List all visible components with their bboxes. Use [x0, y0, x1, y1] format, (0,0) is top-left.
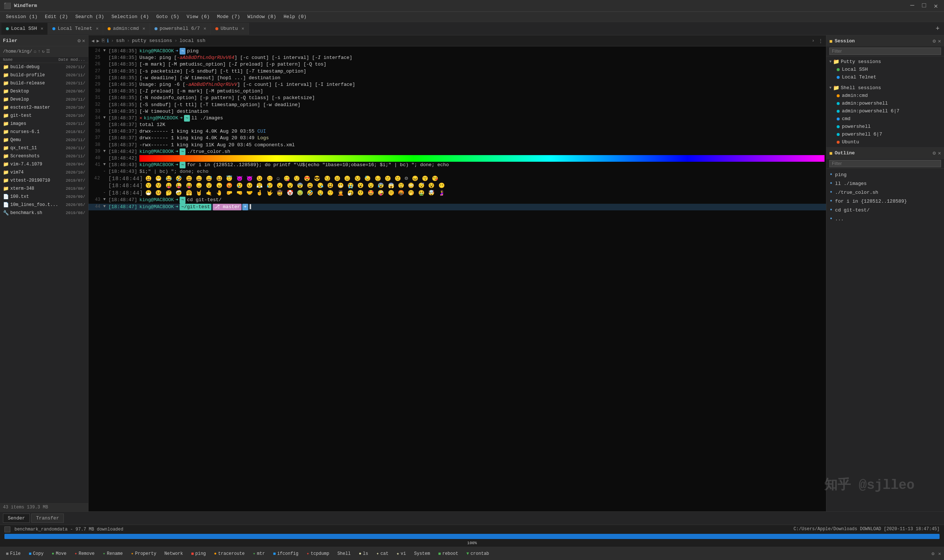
addr-nav-back[interactable]: ◀ [91, 38, 94, 44]
sender-tab[interactable]: Sender [3, 514, 30, 523]
menu-view[interactable]: View (6) [184, 13, 212, 20]
session-filter-input[interactable] [829, 48, 941, 55]
file-row[interactable]: 📁Desktop2020/06/ [0, 87, 88, 95]
toolbar-shell-btn[interactable]: Shell [335, 551, 354, 557]
path-menu-icon[interactable]: ☰ [46, 49, 50, 54]
outline-item-ping[interactable]: • ping [826, 170, 944, 179]
terminal-content[interactable]: 24 ▼ [18:48:35] king@MACBOOK ➜ ~ ping 25… [88, 46, 826, 511]
toolbar-mtr-btn[interactable]: ✦ mtr [250, 550, 268, 557]
shell-sessions-header[interactable]: ▼ 📁 Shell sessions [826, 84, 944, 92]
tab-add-button[interactable]: + [933, 25, 942, 32]
outline-item-truecolor[interactable]: • ./true_color.sh [826, 188, 944, 197]
toolbar-system-btn[interactable]: System [411, 551, 433, 557]
toolbar-ping-btn[interactable]: ◼ ping [188, 550, 209, 557]
outline-item-for[interactable]: • for i in {128512..128589} [826, 197, 944, 206]
session-item-powershell-67[interactable]: powershell 6|7 [826, 131, 944, 138]
session-item-cmd[interactable]: cmd [826, 115, 944, 123]
toolbar-ls-btn[interactable]: ● ls [356, 551, 371, 557]
addr-expand-icon[interactable]: › [811, 38, 814, 43]
toolbar-vi-btn[interactable]: ★ vi [393, 550, 409, 557]
file-row[interactable]: 📁qx_test_112020/11/ [0, 144, 88, 152]
session-close-icon[interactable]: ✕ [938, 38, 941, 44]
toolbar-ifconfig-btn[interactable]: ◼ ifconfig [270, 550, 301, 557]
toolbar-move-btn[interactable]: ● Move [49, 551, 69, 557]
file-panel-settings-icon[interactable]: ⚙ [77, 38, 80, 44]
toolbar-copy-btn[interactable]: ◼ Copy [26, 550, 46, 557]
toolbar-tcpdump-btn[interactable]: ✦ tcpdump [304, 550, 332, 557]
tab-admin-cmd[interactable]: admin:cmd ✕ [103, 23, 150, 35]
tab-close-icon[interactable]: ✕ [96, 26, 99, 31]
menu-help[interactable]: Help (0) [281, 13, 309, 20]
file-row[interactable]: 📁ncurses-6.12018/01/ [0, 128, 88, 136]
session-settings-icon[interactable]: ⚙ [933, 38, 936, 44]
file-row[interactable]: 📁vim-7.4.10792020/04/ [0, 160, 88, 168]
outline-item-ll[interactable]: • ll ./images [826, 179, 944, 188]
toolbar-rename-btn[interactable]: ✦ Rename [100, 550, 126, 557]
menu-search[interactable]: Search (3) [72, 13, 107, 20]
menu-window[interactable]: Window (8) [244, 13, 279, 20]
file-row[interactable]: 📁vim742020/10/ [0, 168, 88, 177]
outline-filter-input[interactable] [829, 160, 941, 167]
menu-session[interactable]: Session (1) [3, 13, 40, 20]
file-row[interactable]: 📁build-debug2020/11/ [0, 63, 88, 71]
session-item-admin-powershell-67[interactable]: admin:powershell 6|7 [826, 107, 944, 115]
toolbar-remove-btn[interactable]: ✦ Remove [71, 550, 97, 557]
maximize-button[interactable]: □ [920, 2, 929, 10]
outline-settings-icon[interactable]: ⚙ [933, 150, 936, 156]
file-row[interactable]: 📄100.txt2020/09/ [0, 193, 88, 201]
toolbar-reboot-btn[interactable]: ◼ reboot [435, 550, 461, 557]
menu-goto[interactable]: Goto (5) [153, 13, 182, 20]
toolbar-close-icon[interactable]: ✕ [938, 551, 941, 557]
menu-selection[interactable]: Selection (4) [108, 13, 151, 20]
toolbar-crontab-btn[interactable]: ▼ crontab [464, 551, 492, 557]
file-row[interactable]: 📁images2020/11/ [0, 120, 88, 128]
path-up-icon[interactable]: ↑ [38, 49, 40, 54]
session-item-admin-powershell[interactable]: admin:powershell [826, 100, 944, 107]
toolbar-file-btn[interactable]: ◼ File [3, 550, 23, 557]
path-home-icon[interactable]: ⌂ [34, 49, 36, 54]
file-row[interactable]: 📁xterm-3482019/08/ [0, 185, 88, 193]
toolbar-settings-icon[interactable]: ⚙ [932, 551, 935, 557]
file-row[interactable]: 📁build-release2020/11/ [0, 79, 88, 87]
addr-more-icon[interactable]: ⋮ [818, 38, 823, 44]
session-item-local-telnet[interactable]: Local Telnet [826, 73, 944, 81]
path-refresh-icon[interactable]: ↻ [42, 49, 45, 54]
tab-close-icon[interactable]: ✕ [242, 26, 244, 31]
addr-copy-icon[interactable]: ⎘ [102, 38, 105, 43]
minimize-button[interactable]: ─ [908, 2, 917, 10]
file-row[interactable]: 📁build-profile2020/11/ [0, 71, 88, 79]
tab-close-icon[interactable]: ✕ [40, 26, 43, 31]
session-item-local-ssh[interactable]: Local SSH [826, 66, 944, 73]
addr-info-icon[interactable]: ℹ [107, 38, 109, 44]
toolbar-traceroute-btn[interactable]: ● traceroute [211, 551, 247, 557]
tab-local-telnet[interactable]: Local Telnet ✕ [48, 23, 103, 35]
toolbar-network-btn[interactable]: Network [162, 551, 186, 557]
tab-powershell[interactable]: powershell 6/7 ✕ [150, 23, 211, 35]
file-row[interactable]: 📁Qemu2020/11/ [0, 136, 88, 144]
tab-local-ssh[interactable]: Local SSH ✕ [2, 23, 48, 35]
transfer-tab[interactable]: Transfer [31, 514, 64, 523]
outline-item-more[interactable]: • ... [826, 214, 944, 223]
addr-nav-forward[interactable]: ▶ [97, 38, 100, 44]
file-row[interactable]: 📁Develop2020/11/ [0, 95, 88, 103]
close-button[interactable]: ✕ [932, 2, 940, 10]
file-row[interactable]: 📁Screenshots2020/11/ [0, 152, 88, 160]
tab-close-icon[interactable]: ✕ [204, 26, 206, 31]
file-panel-close-icon[interactable]: ✕ [82, 38, 85, 44]
session-item-admin-cmd[interactable]: admin:cmd [826, 92, 944, 100]
session-item-ubuntu[interactable]: Ubuntu [826, 138, 944, 146]
outline-close-icon[interactable]: ✕ [938, 150, 941, 156]
file-row[interactable]: 📁vttest-201907102019/07/ [0, 177, 88, 185]
menu-mode[interactable]: Mode (7) [214, 13, 243, 20]
file-row[interactable]: 🔧benchmark.sh2019/08/ [0, 209, 88, 217]
menu-edit[interactable]: Edit (2) [42, 13, 71, 20]
toolbar-property-btn[interactable]: ✦ Property [128, 550, 159, 557]
file-row[interactable]: 📄10m_lines_foo.t...2020/05/ [0, 201, 88, 209]
tab-ubuntu[interactable]: Ubuntu ✕ [211, 23, 249, 35]
putty-sessions-header[interactable]: ▼ 📁 Putty sessions [826, 58, 944, 66]
outline-item-cd[interactable]: • cd git-test/ [826, 206, 944, 214]
session-item-powershell[interactable]: powershell [826, 123, 944, 131]
tab-close-icon[interactable]: ✕ [143, 26, 145, 31]
toolbar-cat-btn[interactable]: ✦ cat [373, 550, 392, 557]
file-row[interactable]: 📁git-test2020/10/ [0, 112, 88, 120]
